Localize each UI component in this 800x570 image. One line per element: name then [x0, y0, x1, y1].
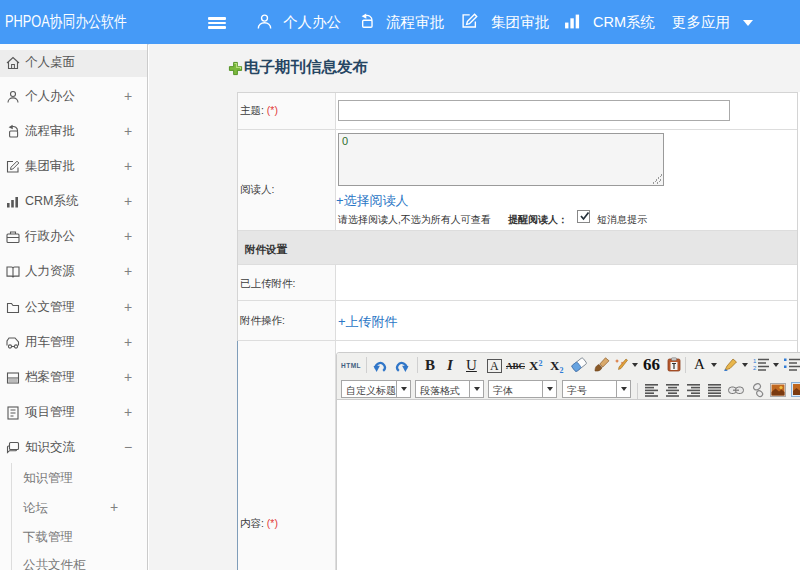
svg-text:2: 2: [753, 365, 757, 371]
svg-text:1: 1: [753, 358, 757, 364]
